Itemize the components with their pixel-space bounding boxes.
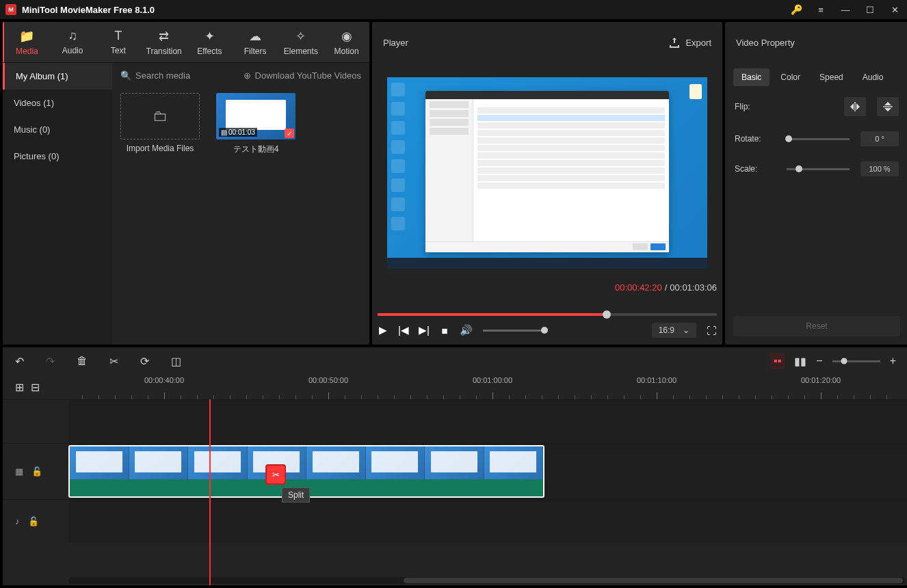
tab-effects-label: Effects bbox=[197, 46, 222, 56]
media-clip-item[interactable]: ▤00:01:03 ✓ テスト動画4 bbox=[216, 93, 295, 155]
prop-tab-basic[interactable]: Basic bbox=[733, 68, 770, 86]
tab-transition-label: Transition bbox=[146, 46, 182, 56]
ruler-label: 00:00:50:00 bbox=[308, 376, 348, 384]
top-tabs: 📁 Media ♫ Audio T Text ⇄ Transition ✦ Ef… bbox=[3, 22, 369, 63]
prev-frame-button[interactable]: |◀ bbox=[398, 324, 409, 336]
download-youtube-button[interactable]: ⊕ Download YouTube Videos bbox=[244, 70, 361, 81]
motion-icon: ◉ bbox=[341, 29, 352, 44]
titlebar: M MiniTool MovieMaker Free 8.1.0 🔑 ≡ — ☐… bbox=[0, 0, 907, 19]
tab-text[interactable]: T Text bbox=[96, 22, 142, 62]
sidebar-item-myalbum[interactable]: My Album (1) bbox=[3, 63, 112, 90]
folder-icon: 📁 bbox=[19, 29, 34, 44]
maximize-icon[interactable]: ☐ bbox=[863, 5, 877, 15]
clip-duration: 00:01:03 bbox=[228, 129, 255, 136]
minimize-icon[interactable]: — bbox=[839, 5, 852, 15]
snap-button[interactable]: ▮▮ bbox=[794, 355, 806, 368]
tab-elements[interactable]: ✧ Elements bbox=[278, 22, 324, 62]
rotate-slider[interactable] bbox=[787, 138, 850, 140]
tab-elements-label: Elements bbox=[284, 46, 318, 56]
stop-button[interactable]: ■ bbox=[439, 325, 450, 336]
flip-vertical-button[interactable] bbox=[877, 97, 899, 116]
prop-tab-audio[interactable]: Audio bbox=[854, 68, 892, 86]
timeline-panel: ↶ ↷ 🗑 ✂ ⟳ ◫ ▪▪ ▮▮ − + ⊞ ⊟ 00:00:40:0000:… bbox=[3, 347, 907, 585]
crop-button[interactable]: ◫ bbox=[171, 355, 181, 368]
tab-filters[interactable]: ☁ Filters bbox=[233, 22, 278, 62]
ruler-label: 00:01:10:00 bbox=[637, 376, 676, 384]
sidebar-item-videos[interactable]: Videos (1) bbox=[3, 90, 112, 116]
zoom-in-button[interactable]: + bbox=[890, 355, 896, 367]
lock-icon[interactable]: 🔓 bbox=[28, 516, 39, 526]
ratio-value: 16:9 bbox=[659, 325, 674, 335]
tab-transition[interactable]: ⇄ Transition bbox=[141, 22, 187, 62]
search-icon: 🔍 bbox=[120, 70, 131, 81]
tab-audio-label: Audio bbox=[62, 46, 83, 55]
flip-horizontal-button[interactable] bbox=[844, 97, 866, 116]
prop-tab-color[interactable]: Color bbox=[772, 68, 809, 86]
effects-icon: ✦ bbox=[205, 29, 215, 44]
split-tooltip: Split bbox=[282, 487, 310, 503]
rotate-value[interactable]: 0 ° bbox=[860, 131, 899, 146]
add-track-button[interactable]: ⊞ bbox=[15, 381, 24, 394]
scale-slider[interactable] bbox=[787, 168, 850, 170]
redo-button[interactable]: ↷ bbox=[46, 355, 55, 368]
film-icon: ▤ bbox=[221, 129, 227, 136]
property-title: Video Property bbox=[725, 22, 907, 63]
audio-track[interactable]: ♪ 🔓 bbox=[3, 499, 907, 543]
reset-button[interactable]: Reset bbox=[733, 316, 900, 336]
key-icon[interactable]: 🔑 bbox=[789, 4, 803, 15]
speed-button[interactable]: ⟳ bbox=[140, 355, 149, 368]
app-logo: M bbox=[5, 4, 16, 15]
timeline-ruler[interactable]: 00:00:40:0000:00:50:0000:01:00:0000:01:1… bbox=[68, 375, 907, 399]
fullscreen-button[interactable]: ⛶ bbox=[706, 325, 717, 336]
split-clip-button[interactable]: ✂ bbox=[265, 464, 286, 485]
ruler-label: 00:01:00:00 bbox=[473, 376, 512, 384]
video-track[interactable]: ▦ 🔓 ✂ Split bbox=[3, 443, 907, 499]
tab-audio[interactable]: ♫ Audio bbox=[50, 22, 96, 62]
ruler-label: 00:01:20:00 bbox=[801, 376, 841, 384]
download-icon: ⊕ bbox=[244, 70, 251, 81]
download-label: Download YouTube Videos bbox=[255, 70, 361, 81]
menu-icon[interactable]: ≡ bbox=[814, 5, 828, 15]
clip-name: テスト動画4 bbox=[233, 144, 279, 155]
scale-value[interactable]: 100 % bbox=[860, 161, 899, 176]
sidebar-item-music[interactable]: Music (0) bbox=[3, 116, 112, 143]
remove-track-button[interactable]: ⊟ bbox=[31, 381, 40, 394]
import-media-button[interactable]: 🗀 Import Media Files bbox=[120, 93, 200, 153]
undo-button[interactable]: ↶ bbox=[15, 355, 24, 368]
media-panel: 📁 Media ♫ Audio T Text ⇄ Transition ✦ Ef… bbox=[3, 22, 369, 345]
chevron-down-icon: ⌄ bbox=[683, 325, 689, 335]
player-title: Player bbox=[383, 38, 408, 48]
tab-media[interactable]: 📁 Media bbox=[3, 22, 50, 62]
ruler-label: 00:00:40:00 bbox=[144, 376, 184, 384]
export-button[interactable]: Export bbox=[669, 37, 711, 48]
timeline-scrollbar[interactable] bbox=[68, 577, 906, 584]
delete-button[interactable]: 🗑 bbox=[77, 355, 88, 367]
rotate-label: Rotate: bbox=[735, 134, 776, 144]
sidebar-item-pictures[interactable]: Pictures (0) bbox=[3, 143, 112, 170]
property-panel: ▸ Video Property Basic Color Speed Audio… bbox=[725, 22, 907, 345]
zoom-out-button[interactable]: − bbox=[816, 355, 822, 367]
play-button[interactable]: ▶ bbox=[378, 324, 389, 336]
video-track-icon: ▦ bbox=[15, 466, 23, 477]
current-time: 00:00:42:20 bbox=[615, 282, 662, 293]
svg-rect-0 bbox=[854, 102, 855, 111]
split-button[interactable]: ✂ bbox=[109, 355, 118, 368]
tab-motion[interactable]: ◉ Motion bbox=[324, 22, 369, 62]
text-icon: T bbox=[114, 29, 122, 43]
close-icon[interactable]: ✕ bbox=[888, 5, 902, 15]
lock-icon[interactable]: 🔓 bbox=[31, 466, 42, 477]
seek-bar[interactable] bbox=[378, 313, 717, 316]
magnet-button[interactable]: ▪▪ bbox=[770, 353, 785, 369]
app-title: MiniTool MovieMaker Free 8.1.0 bbox=[22, 5, 789, 15]
volume-slider[interactable] bbox=[483, 330, 544, 332]
zoom-slider[interactable] bbox=[832, 360, 880, 362]
player-preview[interactable] bbox=[387, 77, 707, 269]
tab-effects[interactable]: ✦ Effects bbox=[187, 22, 233, 62]
prop-tab-speed[interactable]: Speed bbox=[811, 68, 852, 86]
media-sidebar: My Album (1) Videos (1) Music (0) Pictur… bbox=[3, 63, 112, 345]
next-frame-button[interactable]: ▶| bbox=[419, 324, 430, 336]
tab-motion-label: Motion bbox=[334, 46, 359, 56]
aspect-ratio-select[interactable]: 16:9 ⌄ bbox=[652, 323, 696, 338]
volume-icon[interactable]: 🔊 bbox=[460, 324, 471, 336]
search-input[interactable]: 🔍 Search media bbox=[120, 70, 238, 81]
